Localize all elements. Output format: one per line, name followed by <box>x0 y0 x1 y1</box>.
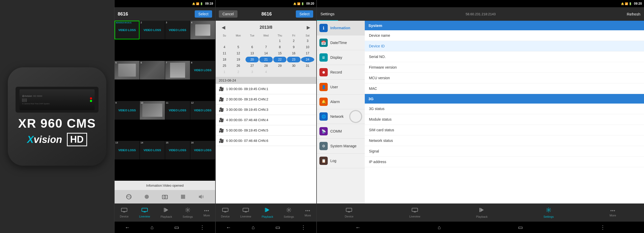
camera-cell-11[interactable]: 11 VIDEO LOSS <box>165 101 190 120</box>
menu-btn-2[interactable]: ⋮ <box>200 224 205 230</box>
nav-settings-3[interactable]: Settings <box>282 206 296 219</box>
settings-item-user[interactable]: 👤 User <box>317 80 365 94</box>
nav-settings-4[interactable]: Settings <box>541 206 556 219</box>
rec-item-2[interactable]: 🎥 2 00:00:00- 09:19:45 CHN:2 <box>216 94 316 105</box>
cal-prev-btn[interactable]: ◀ <box>220 24 227 31</box>
nav-playback-4[interactable]: Playback <box>474 206 490 219</box>
dropdown-sim-status[interactable]: SIM card status <box>365 125 644 135</box>
dropdown-3g-status[interactable]: 3G status <box>365 104 644 114</box>
menu-btn-3[interactable]: ⋮ <box>301 224 306 230</box>
home-btn-3[interactable]: ⌂ <box>252 224 255 230</box>
home-btn-4[interactable]: ⌂ <box>438 224 441 230</box>
rec-item-6[interactable]: 🎥 6 00:00:00- 07:46:48 CHN:6 <box>216 136 316 146</box>
dropdown-mac[interactable]: MAC <box>365 83 644 94</box>
cal-day-n3[interactable]: 3 <box>246 69 259 75</box>
camera-cell-2[interactable]: 2 VIDEO LOSS <box>140 21 165 39</box>
camera-cell-10[interactable]: 10 <box>140 101 165 120</box>
nav-more-3[interactable]: ••• More <box>303 207 313 218</box>
settings-tab[interactable]: Settings <box>317 7 338 21</box>
camera-cell-4[interactable]: 4 <box>190 21 215 39</box>
nav-playback-3[interactable]: Playback <box>260 206 275 219</box>
dropdown-network-status[interactable]: Network status <box>365 135 644 146</box>
dropdown-device-id[interactable]: Device ID <box>365 41 644 52</box>
cal-day-11[interactable]: 11 <box>218 50 231 56</box>
cal-day-n2[interactable]: 2 <box>232 69 245 75</box>
back-btn-3[interactable]: ← <box>226 224 231 230</box>
cal-day-28[interactable]: 28 <box>259 63 272 69</box>
dropdown-device-name[interactable]: Device name <box>365 30 644 41</box>
recents-btn-3[interactable]: ▭ <box>275 224 280 230</box>
cal-day-14[interactable]: 14 <box>259 50 272 56</box>
camera-cell-9[interactable]: 9 VIDEO LOSS <box>115 101 139 120</box>
cal-day-20[interactable]: 20 <box>246 57 259 62</box>
nav-liveview-4[interactable]: Liveview <box>407 206 422 219</box>
settings-item-network[interactable]: 🌐 Network <box>317 109 365 124</box>
dropdown-firmware[interactable]: Firmware version <box>365 62 644 73</box>
dropdown-signal[interactable]: Signal <box>365 146 644 157</box>
cal-day-6[interactable]: 6 <box>246 44 259 50</box>
nav-settings-2[interactable]: Settings <box>180 206 195 219</box>
menu-btn-4[interactable]: ⋮ <box>600 224 605 230</box>
snapshot-icon[interactable] <box>160 192 169 201</box>
cal-day-24[interactable]: 24 <box>301 57 314 62</box>
record-ctrl-icon[interactable] <box>142 192 151 201</box>
camera-cell-5[interactable]: 5 <box>115 61 139 79</box>
cal-day-26[interactable]: 26 <box>232 63 245 69</box>
cal-day-17[interactable]: 17 <box>301 50 314 56</box>
dropdown-ip-address[interactable]: IP address <box>365 157 644 167</box>
nav-liveview-2[interactable]: Liveview <box>137 206 152 219</box>
back-btn-4[interactable]: ← <box>355 224 361 230</box>
camera-cell-6[interactable]: 6 <box>140 61 165 79</box>
cal-day-7[interactable]: 7 <box>259 44 272 50</box>
stop-icon[interactable] <box>179 192 187 201</box>
cal-day-21[interactable]: 21 <box>259 57 272 62</box>
camera-cell-16[interactable]: 16 VIDEO LOSS <box>190 141 215 159</box>
rec-item-5[interactable]: 🎥 5 00:00:00- 09:19:45 CHN:5 <box>216 125 316 136</box>
nav-liveview-3[interactable]: Liveview <box>238 206 253 219</box>
cal-day-1[interactable]: 1 <box>273 38 286 44</box>
cal-day-18[interactable]: 18 <box>218 57 231 62</box>
cal-day-9[interactable]: 9 <box>287 44 300 50</box>
rec-item-1[interactable]: 🎥 1 00:00:00- 09:19:45 CHN:1 <box>216 84 316 94</box>
recents-btn-2[interactable]: ▭ <box>174 224 179 230</box>
ptz-icon[interactable]: PTZ <box>124 192 133 201</box>
cal-day-19[interactable]: 19 <box>232 57 245 62</box>
camera-cell-14[interactable]: 14 VIDEO LOSS <box>140 141 165 159</box>
camera-cell-1[interactable]: 8/24/2013 09:19:21 VIDEO LOSS <box>115 21 139 39</box>
cal-day-12[interactable]: 12 <box>232 50 245 56</box>
nav-device-4[interactable]: Device <box>343 206 356 219</box>
cal-day-31[interactable]: 31 <box>301 63 314 69</box>
cal-day-16[interactable]: 16 <box>287 50 300 56</box>
camera-cell-15[interactable]: 15 VIDEO LOSS <box>165 141 190 159</box>
cal-day-27[interactable]: 27 <box>246 63 259 69</box>
cancel-btn-3[interactable]: Cancel <box>219 10 237 18</box>
settings-item-log[interactable]: 📋 Log <box>317 154 365 168</box>
cal-day-2[interactable]: 2 <box>287 38 300 44</box>
dropdown-mcu[interactable]: MCU version <box>365 73 644 83</box>
settings-item-alarm[interactable]: 🔔 Alarm <box>317 94 365 109</box>
cal-next-btn[interactable]: ▶ <box>305 24 312 31</box>
cal-day-25[interactable]: 25 <box>218 63 231 69</box>
camera-cell-12[interactable]: 12 VIDEO LOSS <box>190 101 215 120</box>
nav-device-3[interactable]: Device <box>219 206 232 219</box>
audio-icon[interactable] <box>197 192 205 201</box>
cal-day-15[interactable]: 15 <box>273 50 286 56</box>
settings-item-display[interactable]: 🖥 Display <box>317 50 365 65</box>
nav-more-2[interactable]: ••• More <box>201 207 212 218</box>
nav-device-2[interactable]: Device <box>118 206 131 219</box>
cal-day-5[interactable]: 5 <box>232 44 245 50</box>
cal-day-n4[interactable]: 4 <box>259 69 272 75</box>
nav-playback-2[interactable]: Playback <box>158 206 174 219</box>
dropdown-serial-no[interactable]: Serial NO. <box>365 52 644 62</box>
select-btn-3[interactable]: Select <box>296 10 313 18</box>
camera-cell-13[interactable]: 13 VIDEO LOSS <box>115 141 139 159</box>
settings-item-sysmanage[interactable]: ⚙ System Manage <box>317 139 365 154</box>
cal-day-n1[interactable]: 1 <box>218 69 231 75</box>
back-btn-2[interactable]: ← <box>125 224 130 230</box>
cal-day-8[interactable]: 8 <box>273 44 286 50</box>
nav-more-4[interactable]: ••• More <box>607 207 618 218</box>
camera-cell-7[interactable]: 7 <box>165 61 190 79</box>
cal-day-10[interactable]: 10 <box>301 44 314 50</box>
settings-item-record[interactable]: ⏺ Record <box>317 65 365 80</box>
camera-cell-3[interactable]: 3 VIDEO LOSS <box>165 21 190 39</box>
